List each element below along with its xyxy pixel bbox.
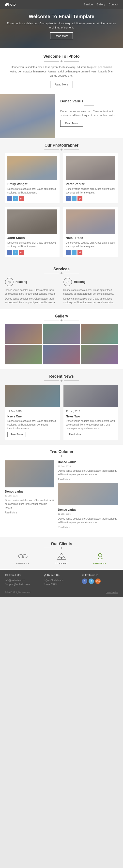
services-title: Services [5, 267, 118, 271]
peter-googleplus-icon[interactable]: g+ [77, 196, 82, 201]
donec-section: Donec varius Donec varius sodales orci. … [0, 94, 123, 138]
emily-photo [7, 156, 57, 180]
photographer-title: Our Photographer [5, 143, 118, 148]
service-card-2: ⊕ Heading Donec varius sodales orci. Cla… [64, 278, 118, 304]
hero-cta-button[interactable]: Read More [50, 32, 73, 39]
client-3-svg [95, 553, 105, 560]
photographer-divider [5, 149, 118, 150]
emily-social: f t g+ [7, 196, 57, 201]
two-column-title: Two Column [5, 450, 118, 454]
news-2-title: News Two [66, 415, 116, 418]
left-block-1-description: Donec varius sodales orci. Class aptent … [5, 498, 54, 509]
nav-service[interactable]: Service [84, 3, 93, 6]
service-1-short: Donec varius sodales orci. Class aptent … [5, 288, 60, 296]
footer-social-icons: f t rss [82, 579, 118, 584]
hero-content: Welcome To Email Template Donec varius s… [0, 9, 123, 44]
client-3-logo: COMPANY [90, 553, 110, 565]
gallery-item-2[interactable] [43, 324, 80, 344]
john-googleplus-icon[interactable]: g+ [19, 250, 24, 255]
svg-point-0 [19, 554, 23, 558]
right-block-1-title: Donec varius [58, 460, 118, 464]
footer-rss-icon[interactable]: rss [95, 579, 101, 584]
news-card-1: 12 Jan, 2015 News One Donec varius sodal… [5, 385, 60, 440]
right-block-2-date: 12 Jan, 2015 [58, 513, 118, 516]
gallery-item-5[interactable] [43, 345, 80, 364]
emily-twitter-icon[interactable]: t [13, 196, 18, 201]
photographer-card-john: John Smith Donec varius sodales orci. Cl… [5, 207, 59, 257]
john-facebook-icon[interactable]: f [7, 250, 12, 255]
email-icon: ✉ [5, 574, 8, 577]
news-title: Recent News [5, 374, 118, 379]
footer-email-title: ✉ Email US [5, 574, 41, 577]
emily-facebook-icon[interactable]: f [7, 196, 12, 201]
news-1-cta-button[interactable]: Read More [7, 432, 26, 437]
services-section: Services ⊕ Heading Donec varius sodales … [0, 262, 123, 309]
news-2-cta-button[interactable]: Read More [66, 432, 84, 437]
client-3-name: COMPANY [93, 562, 106, 564]
peter-name: Peter Parker [66, 182, 115, 186]
emily-googleplus-icon[interactable]: g+ [19, 196, 24, 201]
peter-social: f t g+ [66, 196, 115, 201]
peter-photo [66, 156, 115, 180]
nav-contact[interactable]: Contact [109, 3, 118, 6]
natali-photo [66, 210, 115, 234]
news-divider [5, 380, 118, 381]
client-2-name: COMPANY [55, 562, 68, 564]
gallery-item-4[interactable] [5, 345, 42, 364]
hero-title: Welcome To Email Template [5, 14, 118, 20]
peter-facebook-icon[interactable]: f [66, 196, 71, 201]
peter-twitter-icon[interactable]: t [72, 196, 76, 201]
two-column-divider [5, 455, 118, 457]
donec-right: Donec varius Donec varius sodales orci. … [55, 94, 123, 138]
gallery-section: Gallery [0, 309, 123, 369]
news-section: Recent News 12 Jan, 2015 News One Donec … [0, 369, 123, 445]
nav-gallery[interactable]: Gallery [96, 3, 105, 6]
photographer-card-emily: Emily Winget Donec varius sodales orci. … [5, 153, 59, 203]
service-card-1: ⊕ Heading Donec varius sodales orci. Cla… [5, 278, 60, 304]
clients-divider [5, 547, 118, 549]
footer-unsubscribe-link[interactable]: Unsubscribe [106, 591, 118, 593]
left-col-photo-1 [5, 460, 54, 487]
natali-facebook-icon[interactable]: f [66, 250, 71, 255]
footer-follow-col: ♥ Follow US f t rss [82, 574, 118, 586]
natali-twitter-icon[interactable]: t [72, 250, 76, 255]
gallery-title: Gallery [5, 314, 118, 318]
services-grid: ⊕ Heading Donec varius sodales orci. Cla… [5, 278, 118, 304]
donec-title: Donec varius [60, 99, 118, 103]
news-2-photo [64, 385, 118, 407]
right-block-2-readmore[interactable]: Read More [58, 526, 70, 529]
john-description: Donec varius sodales orci. Class aptent … [7, 241, 57, 248]
donec-cta-button[interactable]: Read More [60, 120, 83, 127]
footer-facebook-icon[interactable]: f [82, 579, 87, 584]
gallery-grid [5, 324, 118, 364]
john-twitter-icon[interactable]: t [13, 250, 18, 255]
gallery-item-1[interactable] [5, 324, 42, 344]
heart-icon: ♥ [82, 574, 84, 577]
photographer-section: Our Photographer Emily Winget Donec vari… [0, 138, 123, 262]
gallery-item-6[interactable] [81, 345, 118, 364]
natali-googleplus-icon[interactable]: g+ [77, 250, 82, 255]
client-2-svg [56, 553, 67, 560]
news-1-title: News One [7, 415, 57, 418]
news-2-date: 12 Jan, 2015 [66, 409, 116, 413]
news-2-content: 12 Jan, 2015 News Two Donec varius sodal… [64, 407, 118, 440]
gallery-item-3[interactable] [81, 324, 118, 344]
john-name: John Smith [7, 236, 57, 240]
left-block-1-readmore[interactable]: Read More [5, 511, 17, 514]
news-1-content: 12 Jan, 2015 News One Donec varius sodal… [5, 407, 60, 440]
gallery-divider [5, 320, 118, 321]
svg-point-4 [60, 557, 63, 559]
donec-photo [0, 94, 55, 138]
right-block-1-readmore[interactable]: Read More [58, 478, 70, 481]
photographer-card-natali: Natali Rose Donec varius sodales orci. C… [63, 207, 118, 257]
welcome-cta-button[interactable]: Read More [50, 81, 73, 88]
two-column-grid: Donec varius 12 Jan, 2015 Donec varius s… [5, 460, 118, 532]
client-3: COMPANY [90, 553, 110, 565]
service-2-short: Donec varius sodales orci. Class aptent … [64, 288, 118, 296]
location-icon: ⚲ [44, 574, 46, 577]
news-1-date: 12 Jan, 2015 [7, 409, 57, 413]
footer-twitter-icon[interactable]: t [89, 579, 94, 584]
service-2-icon: ⊕ [64, 278, 72, 286]
left-block-1-date: 12 Jan, 2015 [5, 494, 54, 498]
footer-reach-col: ⚲ Reach Us 1 Quis StMicMaus Texas 70037 [44, 574, 80, 586]
